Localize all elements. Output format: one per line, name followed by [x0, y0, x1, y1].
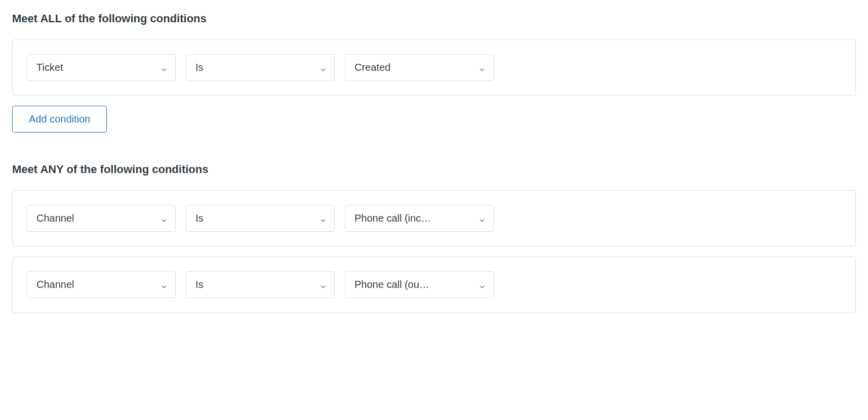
- condition-operator-select[interactable]: Is: [186, 271, 335, 298]
- condition-field-wrapper: Channel: [27, 205, 176, 232]
- any-conditions-section: Meet ANY of the following conditions Cha…: [12, 163, 856, 313]
- all-section-title: Meet ALL of the following conditions: [12, 12, 856, 25]
- condition-field-wrapper: Channel: [27, 271, 176, 298]
- condition-operator-select[interactable]: Is: [186, 54, 335, 81]
- condition-row: Channel Is Phone call (inc…: [12, 190, 856, 246]
- condition-field-select[interactable]: Channel: [27, 271, 176, 298]
- condition-operator-wrapper: Is: [186, 271, 335, 298]
- add-condition-button[interactable]: Add condition: [12, 106, 107, 133]
- condition-value-wrapper: Phone call (inc…: [345, 205, 494, 232]
- condition-row: Channel Is Phone call (ou…: [12, 257, 856, 313]
- condition-operator-select[interactable]: Is: [186, 205, 335, 232]
- condition-value-select[interactable]: Phone call (inc…: [345, 205, 494, 232]
- any-section-title: Meet ANY of the following conditions: [12, 163, 856, 176]
- condition-value-wrapper: Phone call (ou…: [345, 271, 494, 298]
- condition-value-select[interactable]: Created: [345, 54, 494, 81]
- condition-operator-wrapper: Is: [186, 54, 335, 81]
- condition-field-select[interactable]: Ticket: [27, 54, 176, 81]
- condition-value-select[interactable]: Phone call (ou…: [345, 271, 494, 298]
- condition-field-select[interactable]: Channel: [27, 205, 176, 232]
- condition-row: Ticket Is Created: [12, 39, 856, 96]
- condition-value-wrapper: Created: [345, 54, 494, 81]
- condition-field-wrapper: Ticket: [27, 54, 176, 81]
- condition-operator-wrapper: Is: [186, 205, 335, 232]
- all-conditions-section: Meet ALL of the following conditions Tic…: [12, 12, 856, 133]
